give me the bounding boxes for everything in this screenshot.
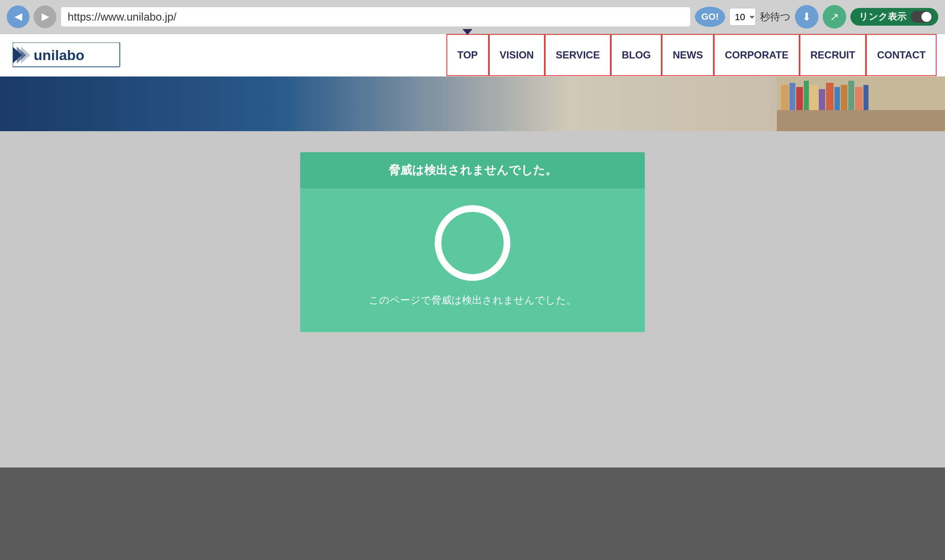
link-toggle-label: リンク表示 bbox=[859, 11, 906, 23]
hero-area bbox=[0, 77, 945, 131]
result-title: 脅威は検出されませんでした。 bbox=[388, 164, 557, 177]
svg-rect-15 bbox=[841, 85, 847, 110]
svg-rect-13 bbox=[826, 83, 834, 110]
share-button[interactable]: ↗ bbox=[823, 5, 846, 29]
svg-text:unilabo: unilabo bbox=[34, 47, 84, 63]
nav-item-contact[interactable]: CONTACT bbox=[866, 34, 937, 76]
svg-rect-12 bbox=[819, 89, 825, 110]
wait-select[interactable]: 10 bbox=[729, 8, 756, 26]
nav-item-top[interactable]: TOP bbox=[446, 34, 489, 76]
svg-rect-17 bbox=[855, 87, 863, 110]
nav-item-news[interactable]: NEWS bbox=[662, 34, 714, 76]
svg-rect-7 bbox=[781, 85, 789, 110]
result-circle bbox=[435, 205, 510, 281]
nav-item-vision[interactable]: VISION bbox=[489, 34, 545, 76]
svg-rect-16 bbox=[848, 81, 854, 110]
nav-item-blog[interactable]: BLOG bbox=[611, 34, 662, 76]
forward-icon: ▶ bbox=[42, 11, 49, 22]
result-body: このページで脅威は検出されませんでした。 bbox=[300, 188, 645, 332]
result-header: 脅威は検出されませんでした。 bbox=[300, 152, 645, 188]
svg-marker-2 bbox=[21, 47, 30, 63]
url-input[interactable] bbox=[61, 7, 691, 27]
download-button[interactable]: ⬇ bbox=[795, 5, 818, 29]
site-nav: unilabo TOP VISION SERVICE BLOG NEWS CO bbox=[0, 34, 945, 77]
link-toggle[interactable]: リンク表示 bbox=[850, 8, 938, 26]
toggle-knob bbox=[921, 12, 932, 22]
svg-rect-8 bbox=[789, 83, 795, 110]
forward-button[interactable]: ▶ bbox=[34, 5, 56, 28]
main-content: 脅威は検出されませんでした。 このページで脅威は検出されませんでした。 bbox=[0, 131, 945, 468]
hero-image bbox=[777, 77, 945, 131]
svg-rect-14 bbox=[834, 87, 840, 110]
back-icon: ◀ bbox=[15, 11, 22, 22]
nav-items: TOP VISION SERVICE BLOG NEWS CORPORATE R… bbox=[446, 34, 937, 76]
nav-item-service[interactable]: SERVICE bbox=[545, 34, 611, 76]
download-icon: ⬇ bbox=[802, 11, 811, 24]
svg-rect-11 bbox=[810, 85, 818, 110]
result-panel: 脅威は検出されませんでした。 このページで脅威は検出されませんでした。 bbox=[300, 152, 645, 332]
toggle-switch bbox=[911, 11, 932, 23]
share-icon: ↗ bbox=[830, 11, 839, 24]
go-button[interactable]: GO! bbox=[695, 7, 725, 27]
site-logo: unilabo bbox=[8, 34, 135, 76]
logo-svg: unilabo bbox=[13, 42, 122, 68]
back-button[interactable]: ◀ bbox=[7, 5, 29, 28]
wait-label: 秒待つ bbox=[760, 10, 791, 24]
result-message: このページで脅威は検出されませんでした。 bbox=[369, 293, 576, 315]
go-label: GO! bbox=[701, 11, 719, 22]
svg-rect-10 bbox=[804, 81, 809, 110]
nav-item-corporate[interactable]: CORPORATE bbox=[714, 34, 800, 76]
svg-rect-6 bbox=[777, 110, 945, 131]
nav-item-recruit[interactable]: RECRUIT bbox=[800, 34, 866, 76]
svg-rect-18 bbox=[863, 85, 868, 110]
website-frame: unilabo TOP VISION SERVICE BLOG NEWS CO bbox=[0, 34, 945, 468]
svg-rect-9 bbox=[796, 87, 803, 110]
